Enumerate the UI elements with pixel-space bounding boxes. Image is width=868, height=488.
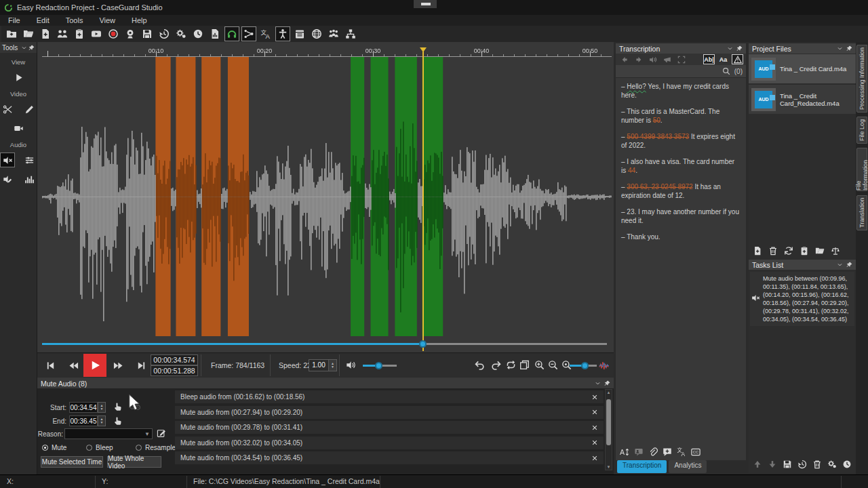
redo-button[interactable] (491, 360, 501, 370)
play-tool-button[interactable] (10, 70, 26, 85)
radio-icon[interactable] (42, 445, 48, 451)
histogram-tool-button[interactable] (22, 171, 37, 186)
scroll-down-icon[interactable]: ▼ (606, 465, 612, 469)
accessibility-button[interactable] (275, 26, 290, 41)
undo-button[interactable] (475, 360, 485, 370)
fast-forward-button[interactable] (108, 356, 127, 375)
camera-tool-button[interactable] (10, 121, 26, 136)
project-file-item[interactable]: AUDTina _ Credit Card.m4a (749, 54, 856, 83)
clock-button[interactable] (842, 460, 852, 469)
trash-button[interactable] (768, 246, 778, 256)
paperclip-button[interactable] (648, 447, 658, 457)
repeat-button[interactable] (506, 360, 516, 370)
file-plus-button[interactable] (753, 246, 762, 256)
captions-button[interactable]: CC (691, 447, 701, 457)
end-input-spinner[interactable]: ▲▼ (98, 415, 106, 426)
mute-selected-time-button[interactable]: Mute Selected Time (41, 456, 103, 468)
pin-icon[interactable] (846, 45, 852, 52)
transcript-line[interactable]: – Thank you. (621, 232, 741, 241)
clipboard-plus-button[interactable] (800, 246, 809, 256)
network-button[interactable] (343, 26, 358, 41)
globe-button[interactable] (309, 26, 324, 41)
form-button[interactable] (292, 26, 307, 41)
fit-button[interactable] (675, 54, 687, 64)
side-tab-file-log[interactable]: File Log (856, 117, 867, 144)
audio-redact-tool-button[interactable] (0, 171, 15, 186)
arrow-down-button[interactable] (768, 460, 777, 469)
chat-button[interactable] (634, 447, 644, 457)
zoom-out-button[interactable] (548, 360, 558, 370)
webcam-button[interactable] (123, 26, 138, 41)
folder-plus-button[interactable] (4, 26, 19, 41)
scrollbar-thumb[interactable] (606, 399, 611, 445)
megaphone-button[interactable] (661, 54, 673, 64)
transcript-line[interactable]: – 23. I may have another number if you n… (621, 207, 741, 225)
radio-resample[interactable]: Resample (136, 444, 176, 451)
side-tab-processing-information[interactable]: Processing Information (856, 45, 867, 113)
trash-button[interactable] (812, 460, 822, 469)
clock-button[interactable] (191, 26, 205, 41)
refresh-button[interactable] (784, 246, 793, 256)
mute-task-row[interactable]: Bleep audio from (00:16.62) to (00:18.56… (175, 390, 604, 403)
mute-list-scrollbar[interactable]: ▲ ▼ (605, 389, 612, 470)
zoom-thumb[interactable] (581, 362, 589, 369)
mute-task-row[interactable]: Mute audio from (00:34.54) to (00:36.45) (175, 451, 604, 464)
redact-text-toggle[interactable]: Ab| (703, 54, 715, 64)
side-tab-file-information[interactable]: File Information (856, 148, 867, 191)
start-input-spinner[interactable]: ▲▼ (98, 402, 106, 413)
copies-button[interactable] (519, 360, 530, 370)
remove-task-button[interactable] (591, 394, 598, 401)
node-cut-button[interactable] (241, 26, 256, 41)
reason-dropdown[interactable]: ▼ (64, 428, 153, 439)
radio-bleep[interactable]: Bleep (86, 444, 113, 451)
eq-sliders-tool-button[interactable] (22, 152, 37, 167)
spinner-arrows-icon[interactable]: ▲▼ (328, 360, 336, 371)
seek-thumb[interactable] (419, 340, 427, 348)
comment-add-button[interactable] (663, 447, 672, 457)
volume-button[interactable] (346, 360, 356, 370)
pin-icon[interactable] (736, 45, 743, 52)
tab-analytics[interactable]: Analytics (669, 460, 707, 473)
pen-tool-button[interactable] (22, 102, 37, 117)
rewind-button[interactable] (64, 356, 83, 375)
transcript-text[interactable]: – Hello? Yes, I have my credit cards her… (616, 79, 746, 445)
start-input[interactable]: 00:34.54 (69, 402, 98, 413)
font-size-button[interactable]: A (620, 447, 629, 457)
mute-speaker-tool-button[interactable] (0, 152, 15, 167)
pin-icon[interactable] (846, 262, 852, 268)
set-end-from-playhead-button[interactable] (113, 416, 123, 426)
menu-tools[interactable]: Tools (58, 16, 92, 24)
transcript-line[interactable]: – Hello? Yes, I have my credit cards her… (621, 82, 741, 100)
transcript-line[interactable]: – 500 4399 3843 3573 It expires eight of… (621, 132, 741, 150)
skip-end-button[interactable] (132, 356, 151, 375)
record-button[interactable] (106, 26, 121, 41)
radio-mute[interactable]: Mute (42, 444, 66, 451)
people-button[interactable] (55, 26, 70, 41)
end-input[interactable]: 00:36.45 (69, 415, 98, 426)
group-button[interactable] (326, 26, 341, 41)
waveform-view-button[interactable] (599, 360, 610, 371)
remove-task-button[interactable] (591, 439, 598, 446)
translate-button[interactable]: 文A (258, 26, 273, 41)
gears-button[interactable] (827, 460, 837, 469)
edit-reason-button[interactable] (157, 428, 166, 438)
chevron-down-icon[interactable] (727, 45, 733, 52)
radio-icon[interactable] (86, 445, 92, 451)
menu-view[interactable]: View (91, 16, 123, 24)
mute-whole-video-button[interactable]: Mute Whole Video (107, 456, 161, 468)
transcript-line[interactable]: – This card is a MasterCard. The number … (621, 107, 741, 125)
chevron-down-icon[interactable] (21, 45, 27, 51)
transcript-line[interactable]: – I also have a visa. The card number is… (621, 157, 741, 175)
headphones-button[interactable] (224, 26, 239, 41)
remove-task-button[interactable] (591, 424, 598, 431)
history-button[interactable] (797, 460, 807, 469)
side-tab-translation[interactable]: Translation (856, 195, 867, 230)
play-button[interactable] (83, 354, 106, 377)
scales-button[interactable] (831, 246, 840, 256)
history-button[interactable] (157, 26, 172, 41)
remove-task-button[interactable] (591, 409, 598, 415)
playhead[interactable] (422, 52, 424, 351)
task-item[interactable]: Mute audio between (00:09.96, 00:11.35),… (750, 272, 854, 326)
spinner-arrows-icon[interactable]: ▲▼ (98, 416, 105, 426)
mute-task-row[interactable]: Mute audio from (00:29.78) to (00:31.41) (175, 421, 604, 434)
